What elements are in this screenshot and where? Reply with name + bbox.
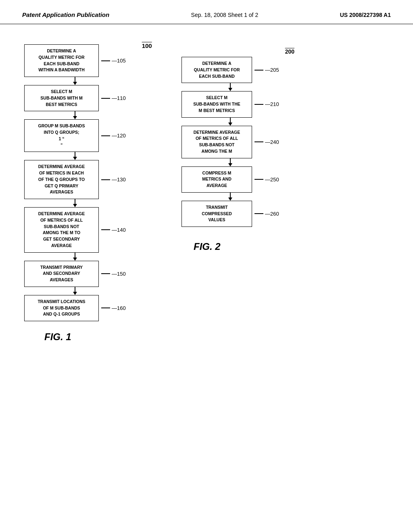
box-240-row: DETERMINE AVERAGE OF METRICS OF ALL SUB-… [181,126,279,158]
arrow [228,118,232,126]
box-260-row: TRANSMIT COMPRESSED VALUES —260 [181,201,279,227]
box-260: TRANSMIT COMPRESSED VALUES [181,201,252,227]
step-label2-205: —205 [265,67,279,73]
step-label2-250: —250 [265,177,279,183]
arrow [228,83,232,91]
box-240: DETERMINE AVERAGE OF METRICS OF ALL SUB-… [181,126,252,158]
box-140: DETERMINE AVERAGE OF METRICS OF ALL SUB-… [24,207,99,253]
box-205-row: DETERMINE A QUALITY METRIC FOR EACH SUB-… [181,57,279,83]
pub-title: Patent Application Publication [22,11,109,18]
arrow [73,111,77,119]
box-120-row: GROUP M SUB-BANDS INTO Q GROUPS; 1 —120 [24,119,126,152]
box-160-row: TRANSMIT LOCATIONS OF M SUB-BANDS AND Q-… [24,295,126,321]
box-110-row: SELECT M SUB-BANDS WITH M BEST METRICS —… [24,85,126,111]
arrow [73,199,77,207]
step-label2-210: —210 [265,101,279,107]
box-130-row: DETERMINE AVERAGE OF METRICS IN EACH OF … [24,160,126,199]
box-250-row: COMPRESS M METRICS AND AVERAGE —250 [181,166,279,193]
box-100-step-1: DETERMINE A QUALITY METRIC FOR EACH SUB-… [24,44,99,77]
step-label-130: —130 [112,177,126,183]
arrow [73,77,77,85]
step-label-120: —120 [112,133,126,139]
arrow [73,152,77,160]
fig2-label: FIG. 2 [194,241,221,252]
pub-date: Sep. 18, 2008 Sheet 1 of 2 [191,12,259,18]
box-250: COMPRESS M METRICS AND AVERAGE [181,166,252,193]
step-label2-260: —260 [265,211,279,217]
fig1-label: FIG. 1 [44,331,71,343]
step-label-105: —105 [112,58,126,64]
arrow [228,193,232,201]
step-label-110: —110 [112,95,126,101]
pub-number: US 2008/227398 A1 [340,12,391,18]
arrow [73,253,77,261]
step-label-150: —150 [112,271,126,277]
arrow [228,158,232,166]
fig1-column: 100 DETERMINE A QUALITY METRIC FOR EACH … [20,44,165,343]
box-150: TRANSMIT PRIMARY AND SECONDARY AVERAGES [24,261,99,287]
box-205: DETERMINE A QUALITY METRIC FOR EACH SUB-… [181,57,252,83]
box-110: SELECT M SUB-BANDS WITH M BEST METRICS [24,85,99,111]
step-label2-240: —240 [265,139,279,145]
box-100-step-1-row: 100 DETERMINE A QUALITY METRIC FOR EACH … [24,44,126,77]
box-160: TRANSMIT LOCATIONS OF M SUB-BANDS AND Q-… [24,295,99,321]
box-210: SELECT M SUB-BANDS WITH THE M BEST METRI… [181,91,252,117]
arrow [73,287,77,295]
step-label-160: —160 [112,305,126,311]
box-130: DETERMINE AVERAGE OF METRICS IN EACH OF … [24,160,99,199]
box-210-row: SELECT M SUB-BANDS WITH THE M BEST METRI… [181,91,279,117]
box-140-row: DETERMINE AVERAGE OF METRICS OF ALL SUB-… [24,207,126,253]
step-label-140: —140 [112,227,126,233]
box-150-row: TRANSMIT PRIMARY AND SECONDARY AVERAGES … [24,261,126,287]
box-120: GROUP M SUB-BANDS INTO Q GROUPS; 1 [24,119,99,152]
fig2-column: 200 DETERMINE A QUALITY METRIC FOR EACH … [177,48,298,252]
